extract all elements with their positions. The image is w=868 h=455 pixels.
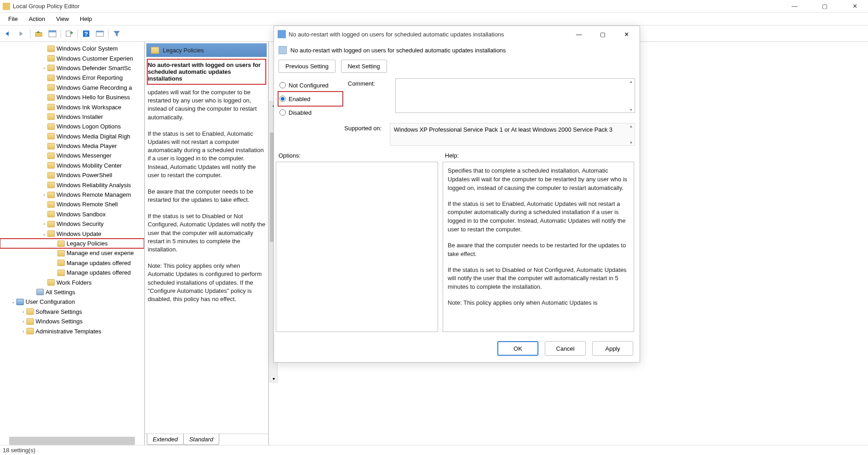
horizontal-scrollbar[interactable] bbox=[9, 437, 135, 445]
section-labels: Options: Help: bbox=[274, 146, 640, 162]
folder-icon bbox=[47, 113, 55, 120]
folder-icon bbox=[47, 211, 55, 217]
tree-item[interactable]: Windows Remote Shell bbox=[0, 199, 144, 209]
tree-item[interactable]: ⌄User Configuration bbox=[0, 297, 144, 307]
description-paragraph: If the status is set to Disabled or Not … bbox=[148, 212, 265, 254]
next-setting-button[interactable]: Next Setting bbox=[341, 60, 387, 73]
dialog-subtitle: No auto-restart with logged on users for… bbox=[290, 47, 506, 54]
tree-item[interactable]: Windows Installer bbox=[0, 112, 144, 122]
tree-item[interactable]: Windows Game Recording a bbox=[0, 83, 144, 92]
menu-action[interactable]: Action bbox=[24, 14, 50, 24]
tree-item[interactable]: Windows Hello for Business bbox=[0, 92, 144, 102]
export-icon[interactable] bbox=[64, 28, 75, 39]
menu-file[interactable]: File bbox=[4, 14, 22, 24]
expand-icon[interactable]: › bbox=[41, 66, 47, 71]
properties-icon[interactable] bbox=[94, 28, 105, 39]
tree-item-label: Administrative Templates bbox=[36, 328, 101, 335]
policy-description: updates will wait for the computer to be… bbox=[148, 88, 265, 303]
tree-item[interactable]: Windows Customer Experien bbox=[0, 53, 144, 63]
comment-textarea[interactable]: ▴▾ bbox=[395, 78, 635, 113]
expand-icon[interactable]: ⌄ bbox=[41, 231, 47, 236]
tree-item[interactable]: ›Windows Defender SmartSc bbox=[0, 63, 144, 73]
tree-item[interactable]: Windows PowerShell bbox=[0, 170, 144, 180]
tree-item[interactable]: Windows Sandbox bbox=[0, 210, 144, 219]
supported-on-text: Windows XP Professional Service Pack 1 o… bbox=[390, 123, 635, 146]
expand-icon[interactable]: ⌄ bbox=[10, 299, 16, 304]
tree-item[interactable]: Windows Ink Workspace bbox=[0, 102, 144, 112]
help-paragraph: Specifies that to complete a scheduled i… bbox=[448, 167, 629, 193]
menu-help[interactable]: Help bbox=[75, 14, 97, 24]
tab-extended[interactable]: Extended bbox=[147, 434, 184, 445]
forward-icon[interactable] bbox=[16, 28, 27, 39]
description-paragraph: updates will wait for the computer to be… bbox=[148, 88, 265, 122]
dialog-maximize-button[interactable]: ▢ bbox=[595, 27, 610, 41]
back-icon[interactable] bbox=[3, 28, 14, 39]
previous-setting-button[interactable]: Previous Setting bbox=[279, 60, 336, 73]
folder-icon bbox=[47, 55, 55, 61]
tree-item-label: Windows Sandbox bbox=[57, 211, 106, 218]
tree-item[interactable]: ›Administrative Templates bbox=[0, 326, 144, 336]
folder-icon bbox=[57, 270, 65, 276]
up-folder-icon[interactable] bbox=[33, 28, 44, 39]
radio-icon bbox=[279, 96, 286, 102]
tree-item[interactable]: Manage updates offered bbox=[0, 258, 144, 268]
apply-button[interactable]: Apply bbox=[592, 341, 633, 356]
folder-icon bbox=[151, 47, 159, 54]
tree-item-label: Windows Customer Experien bbox=[57, 55, 133, 62]
tree-item-label: Windows Remote Shell bbox=[57, 201, 118, 208]
tree-list[interactable]: Windows Color SystemWindows Customer Exp… bbox=[0, 42, 144, 436]
toolbar-separator bbox=[30, 29, 31, 38]
tree-item-label: Windows Logon Options bbox=[57, 123, 121, 130]
expand-icon[interactable]: › bbox=[20, 309, 26, 314]
minimize-button[interactable]: — bbox=[784, 0, 805, 13]
expand-icon[interactable]: › bbox=[41, 221, 47, 226]
expand-icon[interactable]: › bbox=[20, 329, 26, 334]
tree-item[interactable]: Windows Reliability Analysis bbox=[0, 180, 144, 189]
dialog-close-button[interactable]: ✕ bbox=[619, 27, 634, 41]
tree-item[interactable]: Work Folders bbox=[0, 277, 144, 287]
description-paragraph: If the status is set to Enabled, Automat… bbox=[148, 130, 265, 179]
folder-icon bbox=[47, 75, 55, 81]
show-tree-icon[interactable] bbox=[47, 28, 58, 39]
folder-icon bbox=[47, 182, 55, 188]
maximize-button[interactable]: ▢ bbox=[814, 0, 835, 13]
filter-icon[interactable] bbox=[111, 28, 122, 39]
tree-item-label: Windows Game Recording a bbox=[57, 84, 132, 91]
tree-item[interactable]: ›Software Settings bbox=[0, 307, 144, 317]
ok-button[interactable]: OK bbox=[497, 341, 538, 356]
tree-item[interactable]: Windows Error Reporting bbox=[0, 73, 144, 82]
tree-item-label: Windows Security bbox=[57, 220, 103, 227]
folder-icon bbox=[26, 308, 34, 315]
folder-icon bbox=[57, 250, 65, 256]
tree-item[interactable]: Legacy Policies bbox=[0, 239, 144, 248]
tree-item[interactable]: Manage end user experie bbox=[0, 248, 144, 258]
cancel-button[interactable]: Cancel bbox=[545, 341, 586, 356]
tree-item[interactable]: ›Windows Remote Managem bbox=[0, 190, 144, 199]
tree-item[interactable]: Windows Media Digital Righ bbox=[0, 132, 144, 141]
tree-item[interactable]: Windows Media Player bbox=[0, 141, 144, 151]
tree-item[interactable]: Windows Messenger bbox=[0, 151, 144, 160]
tree-item[interactable]: ›Windows Security bbox=[0, 219, 144, 229]
folder-icon bbox=[47, 153, 55, 159]
help-paragraph: Be aware that the computer needs to be r… bbox=[448, 241, 629, 259]
tree-item[interactable]: Manage updates offered bbox=[0, 268, 144, 277]
tree-item[interactable]: Windows Color System bbox=[0, 44, 144, 53]
dialog-minimize-button[interactable]: — bbox=[571, 27, 587, 41]
menu-view[interactable]: View bbox=[52, 14, 73, 24]
expand-icon[interactable]: › bbox=[20, 319, 26, 324]
help-icon[interactable]: ? bbox=[81, 28, 92, 39]
tab-standard[interactable]: Standard bbox=[183, 434, 219, 445]
tree-item[interactable]: ›Windows Settings bbox=[0, 317, 144, 326]
dialog-titlebar: No auto-restart with logged on users for… bbox=[274, 26, 640, 42]
help-paragraph: If the status is set to Disabled or Not … bbox=[448, 266, 629, 292]
radio-not-configured[interactable]: Not Configured bbox=[279, 78, 342, 92]
tree-item[interactable]: Windows Logon Options bbox=[0, 122, 144, 131]
tree-item[interactable]: All Settings bbox=[0, 287, 144, 297]
tree-item[interactable]: Windows Mobility Center bbox=[0, 161, 144, 170]
radio-enabled[interactable]: Enabled bbox=[279, 92, 342, 106]
tree-item[interactable]: ⌄Windows Update bbox=[0, 229, 144, 238]
expand-icon[interactable]: › bbox=[41, 192, 47, 197]
close-button[interactable]: ✕ bbox=[844, 0, 865, 13]
details-tabs: Extended Standard bbox=[145, 434, 268, 445]
radio-disabled[interactable]: Disabled bbox=[279, 106, 342, 119]
